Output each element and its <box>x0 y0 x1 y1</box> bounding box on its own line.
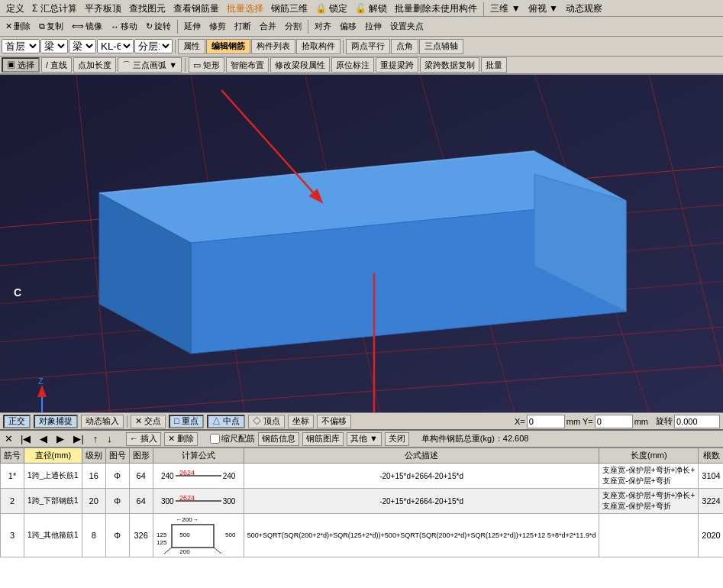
menu-unlock[interactable]: 🔓 解锁 <box>352 2 390 16</box>
toolbar-draw: ▣ 选择 / 直线 点加长度 ⌒ 三点画弧 ▼ ▭ 矩形 智能布置 修改梁段属性… <box>0 57 723 75</box>
menu-batch-select[interactable]: 批量选择 <box>224 2 266 16</box>
layer-floor-select[interactable]: 首层 <box>2 39 40 53</box>
menu-define[interactable]: 定义 <box>3 2 27 16</box>
cell-name: 1跨_下部钢筋1 <box>24 489 82 514</box>
btn-no-offset[interactable]: 不偏移 <box>317 415 351 428</box>
rotate-input[interactable] <box>674 415 720 428</box>
btn-pick-component[interactable]: 拾取构件 <box>296 39 341 54</box>
svg-text:500: 500 <box>179 531 190 538</box>
menu-batch-delete[interactable]: 批量删除未使用构件 <box>392 2 480 16</box>
btn-setgrip[interactable]: 设置夹点 <box>386 19 428 34</box>
btn-extend[interactable]: 延伸 <box>180 19 205 34</box>
layer-span-select[interactable]: 分层1 <box>134 39 173 53</box>
panel-controls: ✕ |◀ ◀ ▶ ▶| ↑ ↓ ← 插入 ✕ 删除 缩尺配筋 钢筋信息 钢筋图库… <box>0 431 723 447</box>
btn-point-length[interactable]: 点加长度 <box>73 57 116 73</box>
btn-arc[interactable]: ⌒ 三点画弧 ▼ <box>118 57 182 73</box>
btn-properties[interactable]: 属性 <box>178 39 205 54</box>
table-row[interactable]: 3 1跨_其他箍筋1 8 Φ 326 ←200→ <box>1 514 724 557</box>
btn-endpoint[interactable]: □ 重点 <box>169 415 204 428</box>
viewport[interactable]: Z X Y C B 10 B <box>0 75 723 412</box>
btn-up[interactable]: ↑ <box>90 432 102 446</box>
cell-id: 2 <box>1 489 24 514</box>
btn-copy[interactable]: ⧉复制 <box>35 19 67 34</box>
btn-component-list[interactable]: 构件列表 <box>251 39 295 54</box>
svg-text:C: C <box>14 286 21 299</box>
viewport-bg: Z X Y C B 10 B <box>0 75 723 412</box>
btn-first[interactable]: |◀ <box>18 432 34 446</box>
cell-formula: -20+15*d+2664-20+15*d <box>244 464 599 489</box>
btn-object-snap[interactable]: 对象捕捉 <box>34 415 78 428</box>
btn-rebar-info[interactable]: 钢筋信息 <box>258 432 299 446</box>
btn-rotate[interactable]: ↻旋转 <box>142 19 175 34</box>
btn-midpoint[interactable]: △ 中点 <box>207 415 245 428</box>
svg-line-38 <box>214 548 221 554</box>
btn-next[interactable]: ▶ <box>53 432 67 446</box>
btn-select[interactable]: ▣ 选择 <box>2 57 40 73</box>
btn-last[interactable]: ▶| <box>70 432 86 446</box>
cb-scale[interactable] <box>210 434 220 444</box>
btn-rebar-library[interactable]: 钢筋图库 <box>302 432 344 446</box>
btn-three-point-axis[interactable]: 三点辅轴 <box>419 39 463 54</box>
btn-delete-row[interactable]: ✕ 删除 <box>164 432 198 446</box>
cell-length: 2020 <box>699 514 723 557</box>
btn-rect[interactable]: ▭ 矩形 <box>189 57 224 73</box>
menu-find[interactable]: 查找图元 <box>126 2 169 16</box>
x-input[interactable] <box>527 415 565 428</box>
menu-lock[interactable]: 🔒 锁定 <box>312 2 350 16</box>
btn-break[interactable]: 打断 <box>231 19 255 34</box>
btn-align[interactable]: 对齐 <box>311 19 335 34</box>
layer-type1-select[interactable]: 梁 <box>40 39 68 53</box>
btn-line[interactable]: / 直线 <box>41 57 72 73</box>
btn-original-mark[interactable]: 原位标注 <box>331 57 374 73</box>
cb-scale-label[interactable]: 缩尺配筋 <box>210 433 255 444</box>
menu-topview[interactable]: 俯视 ▼ <box>525 2 561 16</box>
btn-move[interactable]: ↔移动 <box>107 19 141 34</box>
btn-mirror[interactable]: ⟺镜像 <box>68 19 106 34</box>
btn-other[interactable]: 其他 ▼ <box>347 432 382 446</box>
btn-split[interactable]: 分割 <box>281 19 305 34</box>
btn-copy-span[interactable]: 梁跨数据复制 <box>420 57 479 73</box>
btn-re-pick-span[interactable]: 重提梁跨 <box>376 57 418 73</box>
sep4 <box>175 40 176 53</box>
menu-flush[interactable]: 平齐板顶 <box>82 2 124 16</box>
btn-edit-rebar[interactable]: 编辑钢筋 <box>206 39 250 54</box>
btn-delete[interactable]: ✕删除 <box>2 19 34 34</box>
rebar-table: 筋号 直径(mm) 级别 图号 图形 计算公式 公式描述 长度(mm) 根数 搭… <box>0 447 723 557</box>
th-id: 筋号 <box>1 448 24 464</box>
toolbar-layers: 首层 梁 梁 KL-6 分层1 属性 编辑钢筋 构件列表 拾取构件 两点平行 点… <box>0 37 723 57</box>
btn-orthogonal[interactable]: 正交 <box>3 415 31 428</box>
table-row[interactable]: 2 1跨_下部钢筋1 20 Φ 64 300 2624 <box>1 489 724 514</box>
btn-point-angle[interactable]: 点角 <box>391 39 418 54</box>
btn-vertex[interactable]: ◇ 顶点 <box>248 415 285 428</box>
btn-dynamic-input[interactable]: 动态输入 <box>81 415 124 428</box>
menu-dynamic[interactable]: 动态观察 <box>563 2 605 16</box>
y-input[interactable] <box>595 415 633 428</box>
btn-modify-span[interactable]: 修改梁段属性 <box>270 57 330 73</box>
cell-id: 1* <box>1 464 24 489</box>
menu-3d[interactable]: 三维 ▼ <box>487 2 523 16</box>
menu-calc[interactable]: Σ 汇总计算 <box>29 2 80 16</box>
th-diameter: 直径(mm) <box>24 448 82 464</box>
btn-close[interactable]: 关闭 <box>385 432 409 446</box>
btn-two-point-parallel[interactable]: 两点平行 <box>346 39 390 54</box>
btn-prev[interactable]: ◀ <box>37 432 50 446</box>
y-label: mm Y= <box>566 417 593 426</box>
table-row[interactable]: 1* 1跨_上通长筋1 16 Φ 64 240 2624 <box>1 464 724 489</box>
layer-kl-select[interactable]: KL-6 <box>97 39 134 53</box>
btn-merge[interactable]: 合并 <box>256 19 280 34</box>
btn-close-panel[interactable]: ✕ <box>3 433 15 444</box>
btn-down[interactable]: ↓ <box>104 432 115 446</box>
btn-smart-layout[interactable]: 智能布置 <box>226 57 269 73</box>
btn-trim[interactable]: 修剪 <box>205 19 230 34</box>
btn-coord[interactable]: 坐标 <box>288 415 314 428</box>
btn-batch[interactable]: 批量 <box>481 57 507 73</box>
cell-figno: 64 <box>129 464 153 489</box>
btn-stretch[interactable]: 拉伸 <box>361 19 386 34</box>
menu-rebar-3d[interactable]: 钢筋三维 <box>268 2 311 16</box>
btn-intersection[interactable]: ✕ 交点 <box>131 415 166 428</box>
layer-type2-select[interactable]: 梁 <box>69 39 96 53</box>
menu-view-rebar[interactable]: 查看钢筋量 <box>170 2 222 16</box>
sep-status1 <box>127 415 127 428</box>
btn-offset[interactable]: 偏移 <box>336 19 360 34</box>
btn-insert[interactable]: ← 插入 <box>126 432 161 446</box>
